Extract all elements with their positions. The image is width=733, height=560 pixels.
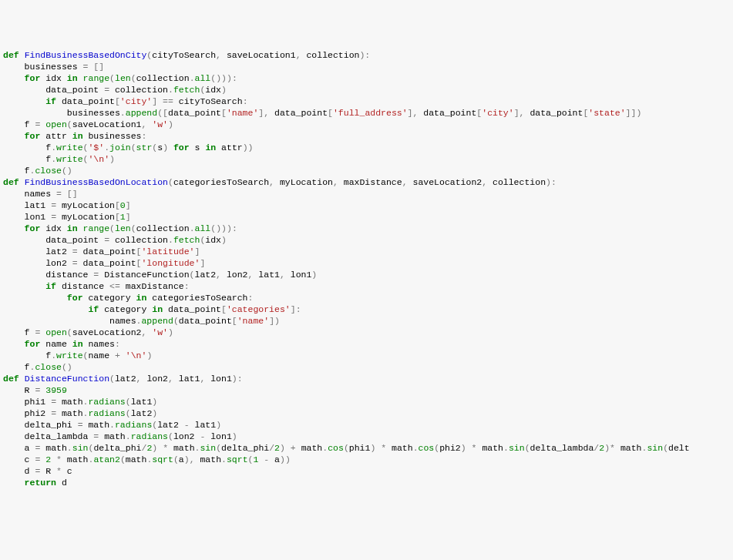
code-block: def FindBusinessBasedOnCity(cityToSearch… bbox=[3, 49, 730, 488]
code-line: f = open(saveLocation1, 'w') bbox=[3, 119, 730, 130]
code-line: if category in data_point['categories']: bbox=[3, 303, 730, 315]
code-line: def DistanceFunction(lat2, lon2, lat1, l… bbox=[3, 373, 730, 384]
code-line: delta_phi = math.radians(lat2 - lat1) bbox=[3, 419, 730, 431]
code-line: data_point = collection.fetch(idx) bbox=[3, 84, 730, 96]
code-line: return d bbox=[3, 477, 730, 488]
code-line: data_point = collection.fetch(idx) bbox=[3, 234, 730, 246]
code-line: f.write('\n') bbox=[3, 153, 730, 165]
code-line: businesses.append([data_point['name'], d… bbox=[3, 107, 730, 119]
code-line: lon2 = data_point['longitude'] bbox=[3, 257, 730, 269]
code-line: def FindBusinessBasedOnCity(cityToSearch… bbox=[3, 49, 730, 61]
code-line: for attr in businesses: bbox=[3, 130, 730, 142]
code-line: phi1 = math.radians(lat1) bbox=[3, 396, 730, 407]
code-line: for idx in range(len(collection.all())): bbox=[3, 223, 730, 234]
code-line: c = 2 * math.atan2(math.sqrt(a), math.sq… bbox=[3, 454, 730, 465]
code-line: d = R * c bbox=[3, 465, 730, 477]
code-line: for idx in range(len(collection.all())): bbox=[3, 72, 730, 84]
code-line: f.write(name + '\n') bbox=[3, 350, 730, 361]
code-line: f.close() bbox=[3, 361, 730, 373]
code-line: phi2 = math.radians(lat2) bbox=[3, 407, 730, 419]
code-line: distance = DistanceFunction(lat2, lon2, … bbox=[3, 269, 730, 280]
code-line: a = math.sin(delta_phi/2) * math.sin(del… bbox=[3, 442, 730, 454]
code-line: f = open(saveLocation2, 'w') bbox=[3, 327, 730, 338]
code-line: lon1 = myLocation[1] bbox=[3, 211, 730, 223]
code-line: if distance <= maxDistance: bbox=[3, 280, 730, 292]
code-line: names.append(data_point['name']) bbox=[3, 315, 730, 327]
code-line: f.write('$'.join(str(s) for s in attr)) bbox=[3, 142, 730, 153]
code-line: lat2 = data_point['latitude'] bbox=[3, 246, 730, 257]
code-line: for name in names: bbox=[3, 338, 730, 350]
code-line: lat1 = myLocation[0] bbox=[3, 200, 730, 211]
code-line: businesses = [] bbox=[3, 61, 730, 72]
code-line: delta_lambda = math.radians(lon2 - lon1) bbox=[3, 431, 730, 442]
code-line: def FindBusinessBasedOnLocation(categori… bbox=[3, 176, 730, 188]
code-line: names = [] bbox=[3, 188, 730, 200]
code-line: R = 3959 bbox=[3, 384, 730, 396]
code-line: for category in categoriesToSearch: bbox=[3, 292, 730, 303]
code-line: f.close() bbox=[3, 165, 730, 176]
code-line: if data_point['city'] == cityToSearch: bbox=[3, 96, 730, 107]
